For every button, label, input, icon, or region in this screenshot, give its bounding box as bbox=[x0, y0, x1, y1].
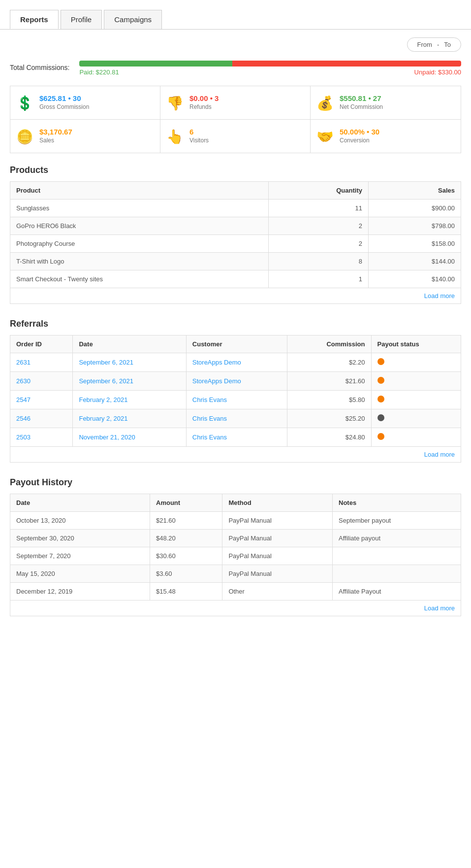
pay-amount: $3.60 bbox=[150, 565, 222, 583]
date-dash: - bbox=[437, 41, 439, 48]
pay-method: PayPal Manual bbox=[222, 547, 333, 565]
ref-commission: $24.80 bbox=[287, 428, 371, 447]
payout-row: December 12, 2019 $15.48 Other Affiliate… bbox=[10, 583, 461, 601]
product-sales: $798.00 bbox=[368, 217, 461, 235]
tab-campaigns[interactable]: Campaigns bbox=[104, 10, 162, 29]
stats-grid: 💲 $625.81 • 30 Gross Commission 👎 $0.00 … bbox=[10, 86, 461, 153]
date-filter: From - To bbox=[0, 30, 471, 56]
ref-commission: $21.60 bbox=[287, 372, 371, 391]
to-label: To bbox=[444, 41, 451, 48]
stat-cell-1: 👎 $0.00 • 3 Refunds bbox=[160, 86, 311, 120]
product-qty: 11 bbox=[268, 200, 368, 217]
pay-date: October 13, 2020 bbox=[10, 512, 150, 530]
from-label: From bbox=[417, 41, 432, 48]
payout-load-more-row: Load more bbox=[10, 601, 461, 616]
ref-order-id[interactable]: 2630 bbox=[10, 372, 73, 391]
product-name: Smart Checkout - Twenty sites bbox=[10, 270, 269, 288]
stat-value-1: $0.00 • 3 bbox=[189, 94, 219, 102]
ref-customer[interactable]: Chris Evans bbox=[186, 428, 287, 447]
referral-row: 2547 February 2, 2021 Chris Evans $5.80 bbox=[10, 391, 461, 409]
tc-bar-wrap: Paid: $220.81 Unpaid: $330.00 bbox=[79, 61, 461, 76]
products-load-more-row: Load more bbox=[10, 288, 461, 304]
referrals-section: Referrals Order ID Date Customer Commiss… bbox=[0, 319, 471, 477]
stat-value-5: 50.00% • 30 bbox=[340, 128, 379, 136]
ref-customer[interactable]: StoreApps Demo bbox=[186, 353, 287, 372]
product-sales: $900.00 bbox=[368, 200, 461, 217]
tab-profile[interactable]: Profile bbox=[61, 10, 102, 29]
pay-date: September 7, 2020 bbox=[10, 547, 150, 565]
ref-order-id[interactable]: 2547 bbox=[10, 391, 73, 409]
stat-label-4: Visitors bbox=[189, 137, 209, 144]
tc-label: Total Commissions: bbox=[10, 64, 69, 71]
ref-order-id[interactable]: 2631 bbox=[10, 353, 73, 372]
pay-notes bbox=[333, 565, 461, 583]
products-title: Products bbox=[10, 165, 461, 175]
payout-history-section: Payout History Date Amount Method Notes … bbox=[0, 477, 471, 631]
product-row: T-Shirt with Logo 8 $144.00 bbox=[10, 253, 461, 270]
ref-date: November 21, 2020 bbox=[73, 428, 186, 447]
products-load-more[interactable]: Load more bbox=[424, 292, 455, 300]
ref-status bbox=[371, 353, 461, 372]
stat-icon-5: 🤝 bbox=[316, 129, 334, 145]
tab-reports[interactable]: Reports bbox=[10, 10, 59, 29]
product-row: GoPro HERO6 Black 2 $798.00 bbox=[10, 217, 461, 235]
ref-order-id[interactable]: 2546 bbox=[10, 409, 73, 428]
payout-table: Date Amount Method Notes October 13, 202… bbox=[10, 494, 461, 616]
product-row: Smart Checkout - Twenty sites 1 $140.00 bbox=[10, 270, 461, 288]
stat-icon-2: 💰 bbox=[316, 95, 334, 111]
stat-value-3: $3,170.67 bbox=[39, 128, 72, 136]
product-qty: 2 bbox=[268, 235, 368, 253]
pay-amount: $48.20 bbox=[150, 530, 222, 547]
progress-paid bbox=[79, 61, 232, 67]
products-col-product: Product bbox=[10, 182, 269, 200]
ref-status bbox=[371, 391, 461, 409]
product-row: Sunglasses 11 $900.00 bbox=[10, 200, 461, 217]
ref-customer[interactable]: Chris Evans bbox=[186, 391, 287, 409]
pay-col-amount: Amount bbox=[150, 494, 222, 512]
ref-col-commission: Commission bbox=[287, 335, 371, 353]
date-range-input[interactable]: From - To bbox=[407, 37, 461, 52]
stat-value-2: $550.81 • 27 bbox=[340, 94, 383, 102]
total-commissions: Total Commissions: Paid: $220.81 Unpaid:… bbox=[0, 56, 471, 86]
stat-label-0: Gross Commission bbox=[39, 103, 89, 110]
pay-notes bbox=[333, 547, 461, 565]
products-col-quantity: Quantity bbox=[268, 182, 368, 200]
products-section: Products Product Quantity Sales Sunglass… bbox=[0, 165, 471, 319]
product-qty: 8 bbox=[268, 253, 368, 270]
ref-status bbox=[371, 372, 461, 391]
stat-info-3: $3,170.67 Sales bbox=[39, 128, 72, 144]
ref-date: September 6, 2021 bbox=[73, 353, 186, 372]
pay-date: December 12, 2019 bbox=[10, 583, 150, 601]
product-sales: $158.00 bbox=[368, 235, 461, 253]
ref-commission: $5.80 bbox=[287, 391, 371, 409]
pay-amount: $21.60 bbox=[150, 512, 222, 530]
stat-label-3: Sales bbox=[39, 137, 72, 144]
ref-commission: $25.20 bbox=[287, 409, 371, 428]
payout-load-more[interactable]: Load more bbox=[424, 604, 455, 612]
ref-customer[interactable]: StoreApps Demo bbox=[186, 372, 287, 391]
stat-value-4: 6 bbox=[189, 128, 209, 136]
referrals-load-more[interactable]: Load more bbox=[424, 451, 455, 458]
ref-commission: $2.20 bbox=[287, 353, 371, 372]
product-sales: $144.00 bbox=[368, 253, 461, 270]
products-col-sales: Sales bbox=[368, 182, 461, 200]
stat-info-1: $0.00 • 3 Refunds bbox=[189, 94, 219, 110]
product-qty: 1 bbox=[268, 270, 368, 288]
ref-date: September 6, 2021 bbox=[73, 372, 186, 391]
product-name: Photography Course bbox=[10, 235, 269, 253]
stat-cell-5: 🤝 50.00% • 30 Conversion bbox=[311, 120, 461, 153]
referral-row: 2503 November 21, 2020 Chris Evans $24.8… bbox=[10, 428, 461, 447]
status-dot bbox=[377, 414, 384, 421]
stat-icon-1: 👎 bbox=[166, 95, 184, 111]
ref-order-id[interactable]: 2503 bbox=[10, 428, 73, 447]
status-dot bbox=[377, 377, 384, 384]
ref-customer[interactable]: Chris Evans bbox=[186, 409, 287, 428]
ref-col-date: Date bbox=[73, 335, 186, 353]
ref-col-status: Payout status bbox=[371, 335, 461, 353]
products-table: Product Quantity Sales Sunglasses 11 $90… bbox=[10, 181, 461, 304]
status-dot bbox=[377, 433, 384, 440]
stat-info-4: 6 Visitors bbox=[189, 128, 209, 144]
product-qty: 2 bbox=[268, 217, 368, 235]
stat-label-5: Conversion bbox=[340, 137, 379, 144]
stat-label-2: Net Commission bbox=[340, 103, 383, 110]
